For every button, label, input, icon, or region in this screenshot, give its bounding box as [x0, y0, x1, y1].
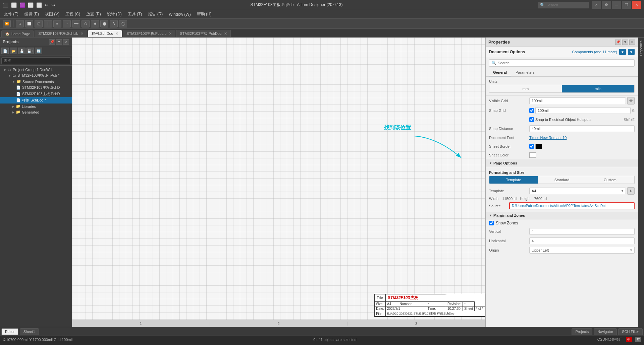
menu-report[interactable]: 报告 (R) [145, 11, 165, 18]
tab-pcblib[interactable]: STM32F103主板.PcbLib ✕ [123, 30, 175, 37]
menu-view[interactable]: 视图 (V) [42, 11, 62, 18]
format-tab-custom[interactable]: Custom [586, 176, 634, 184]
close-btn[interactable]: ✕ [632, 1, 641, 9]
tab-general[interactable]: General [489, 69, 511, 76]
menu-tools[interactable]: 工具 (T) [125, 11, 145, 18]
snap-elec-checkbox[interactable] [529, 117, 534, 122]
toolbar-btn-1[interactable]: □ [16, 20, 24, 27]
proj-refresh[interactable]: 🔄 [35, 48, 42, 54]
projects-search-input[interactable] [1, 57, 70, 64]
template-refresh-btn[interactable]: ↻ [627, 187, 635, 195]
bottom-tab-sheet1[interactable]: Sheet1 [20, 328, 39, 335]
projects-panel-pin[interactable]: 📌 [49, 39, 55, 45]
tab-pcbdoc[interactable]: STM32F103主板.PcbDoc ✕ [176, 30, 230, 37]
expand-btn[interactable]: ▼ [628, 49, 635, 55]
unit-mm-btn[interactable]: mm [489, 85, 562, 92]
projects-panel-close[interactable]: ✕ [63, 39, 69, 45]
format-tab-template[interactable]: Template [489, 176, 538, 184]
toolbar-btn-4[interactable]: | [44, 20, 52, 27]
proj-open[interactable]: 📂 [10, 48, 17, 54]
menu-window[interactable]: Window (W) [166, 11, 193, 17]
sheet-color-box[interactable] [529, 152, 536, 158]
toolbar-btn-12[interactable]: ◯ [119, 20, 127, 27]
show-zones-checkbox[interactable] [489, 221, 494, 225]
tab-navigator[interactable]: Navigator [594, 328, 617, 335]
toolbar-btn-8[interactable]: ⬡ [82, 20, 90, 27]
proj-new[interactable]: 📄 [1, 48, 9, 54]
properties-close-btn[interactable]: ✕ [629, 40, 635, 45]
bottom-tab-editor[interactable]: Editor [1, 328, 18, 335]
vtab-properties[interactable]: Properties [638, 38, 644, 59]
tab-projects[interactable]: Projects [572, 328, 592, 335]
page-options-header[interactable]: ▼ Page Options [486, 159, 638, 167]
settings-btn[interactable]: ⚙ [602, 1, 611, 9]
sheet-border-color[interactable] [535, 144, 542, 149]
restore-btn[interactable]: ❐ [622, 1, 631, 9]
toolbar-btn-2[interactable]: ⬜ [25, 20, 33, 27]
tree-schdoc-active[interactable]: 📄 样例.SchDoc * [0, 97, 72, 104]
properties-pin-btn[interactable]: 📌 [615, 40, 621, 45]
doc-font-value-text[interactable]: Times New Roman, 10 [529, 136, 567, 140]
tree-generated[interactable]: ▶ 📁 Generated [0, 109, 72, 115]
toolbar-btn-7[interactable]: ⟶ [72, 20, 80, 27]
home-btn[interactable]: ⌂ [592, 1, 601, 9]
tab-sch-filter[interactable]: SCH Filter [618, 328, 643, 335]
origin-dropdown[interactable]: Upper Left Lower Left Upper Right Lower … [529, 247, 635, 254]
tree-pcbd[interactable]: 📄 STM32F103主板.PcbD [0, 91, 72, 97]
toolbar-btn-6[interactable]: ↔ [63, 20, 71, 27]
tree-libraries[interactable]: ▶ 📁 Libraries [0, 104, 72, 109]
menu-edit[interactable]: 编辑 (E) [22, 11, 42, 18]
snap-grid-input[interactable] [535, 107, 631, 114]
titlebar-search[interactable]: 🔍 [538, 2, 589, 8]
tab-home[interactable]: 🏠 Home Page [1, 30, 34, 37]
tree-arrow-group: ▶ [4, 68, 6, 71]
menu-project[interactable]: 工程 (C) [63, 11, 83, 18]
unit-toggle: mm mils [489, 85, 635, 93]
tree-arrow-lib: ▶ [12, 105, 14, 108]
toolbar-filter[interactable]: 🔽 [3, 20, 11, 27]
toolbar-btn-3[interactable]: ◱ [35, 20, 43, 27]
tree-schd[interactable]: 📄 STM32F103主板.SchD [0, 84, 72, 91]
status-badge-en[interactable]: 英 [635, 337, 641, 342]
unit-mils-btn[interactable]: mils [562, 85, 634, 92]
schematic-canvas[interactable]: 找到该位置 Title STM32F103主板 [72, 38, 485, 327]
toolbar-btn-10[interactable]: ⬤ [100, 20, 108, 27]
filter-btn[interactable]: ▼ [619, 49, 626, 55]
visible-grid-btn[interactable]: 👁 [627, 97, 635, 105]
toolbar-btn-9[interactable]: ◉ [91, 20, 99, 27]
proj-save[interactable]: 💾 [18, 48, 25, 54]
horizontal-input[interactable] [529, 237, 635, 244]
titlebar-search-input[interactable] [546, 3, 587, 7]
projects-panel-menu[interactable]: ▼ [56, 39, 62, 45]
tab-schdoc[interactable]: 样例.SchDoc ✕ [88, 30, 122, 37]
menu-place[interactable]: 放置 (P) [84, 11, 103, 18]
projects-toolbar: 📄 📂 💾 💾+ 🔄 [0, 46, 72, 56]
doc-font-value: Times New Roman, 10 [529, 136, 635, 140]
toolbar-btn-5[interactable]: ≡ [53, 20, 61, 27]
format-tab-standard[interactable]: Standard [538, 176, 586, 184]
menu-help[interactable]: 帮助 (H) [194, 11, 214, 18]
tree-prjpcb[interactable]: ▼ 🗂 STM32F103主板.PrjPcb * [0, 72, 72, 79]
schematic-canvas-area[interactable]: 找到该位置 Title STM32F103主板 [72, 38, 485, 327]
tree-project-group[interactable]: ▶ 🗂 Project Group 1.DsnWrk [0, 67, 72, 72]
status-badge-cn[interactable]: 中 [626, 337, 632, 342]
menu-file[interactable]: 文件 (F) [1, 11, 21, 18]
visible-grid-input[interactable] [529, 97, 626, 104]
components-link[interactable]: Components (and 11 more) [572, 50, 617, 54]
toolbar-btn-11[interactable]: A [110, 20, 118, 27]
tab-parameters[interactable]: Parameters [512, 69, 539, 76]
tab-schlib[interactable]: STM32F103主板.SchLib ✕ [35, 30, 87, 37]
proj-saveall[interactable]: 💾+ [26, 48, 34, 54]
snap-dist-input[interactable] [529, 125, 635, 132]
title-block-title-label: Title [377, 296, 383, 300]
menu-design[interactable]: 设计 (D) [104, 11, 124, 18]
template-dropdown[interactable]: A4 [529, 188, 626, 194]
margin-zones-header[interactable]: ▼ Margin and Zones [486, 212, 638, 219]
vertical-input[interactable] [529, 228, 635, 235]
prop-search-input[interactable] [498, 61, 632, 65]
tree-source-docs[interactable]: ▼ 📁 Source Documents [0, 79, 72, 84]
snap-grid-checkbox[interactable] [529, 108, 534, 113]
sheet-border-checkbox[interactable] [529, 144, 534, 149]
properties-menu-btn[interactable]: ▼ [622, 40, 628, 45]
minimize-btn[interactable]: ─ [612, 1, 621, 9]
